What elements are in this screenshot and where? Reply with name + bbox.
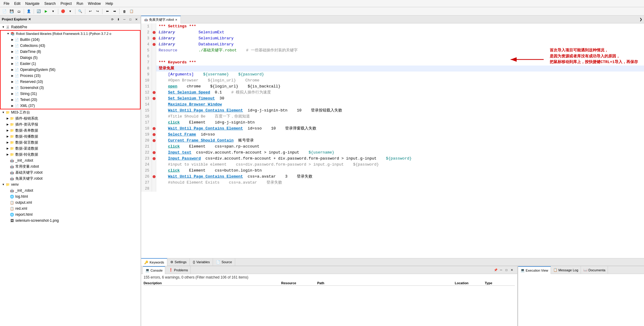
tab-settings[interactable]: ⚙ Settings: [167, 258, 190, 266]
code-line[interactable]: 11 open chrome ${login_url} ${is_backcal…: [141, 84, 644, 90]
message-log-tab[interactable]: 📋 Message Log: [551, 266, 581, 274]
tree-toggle-venv[interactable]: ▼: [1, 183, 5, 186]
line-content[interactable]: Maximize Browser Window: [156, 102, 644, 108]
tree-toggle-proj[interactable]: ▶: [5, 129, 10, 132]
toolbar-profile[interactable]: 👤: [26, 8, 32, 15]
panel-sync-btn[interactable]: ⟳: [110, 17, 115, 22]
tree-toggle-lib-item[interactable]: ▶: [10, 74, 14, 77]
code-line[interactable]: 19 Select Frame id=sso: [141, 132, 644, 138]
toolbar-run-dropdown[interactable]: ▾: [50, 8, 56, 15]
tree-toggle-lib-item[interactable]: ▶: [10, 86, 14, 89]
toolbar-save[interactable]: 💾: [8, 8, 15, 15]
tree-toggle-m03[interactable]: ▼: [1, 111, 5, 114]
line-content[interactable]: Current Frame Should Contain 账号登录: [156, 138, 644, 144]
tab-overflow-btn[interactable]: ❯: [638, 17, 644, 21]
code-line[interactable]: 24 #input to visible element css=div.pas…: [141, 162, 644, 168]
menu-file[interactable]: File: [1, 1, 12, 6]
toolbar-search[interactable]: 🔍: [77, 8, 84, 15]
tree-project-item[interactable]: ▶📁插件-资讯早报: [0, 121, 141, 127]
tree-toggle-lib-item[interactable]: ▶: [10, 50, 14, 53]
tree-toggle-proj[interactable]: ▶: [5, 147, 10, 150]
tree-project-item[interactable]: ▶📁数据-留言数据: [0, 139, 141, 145]
tree-library-item[interactable]: ▶📄Telnet (20): [1, 97, 140, 103]
tree-toggle-library[interactable]: ▼: [6, 32, 10, 35]
code-line[interactable]: 3 Library SeleniumLibrary: [141, 35, 644, 41]
tree-venv-item[interactable]: 🌐log.html: [0, 193, 141, 200]
code-line[interactable]: 25 click Element css=button.login-btn: [141, 168, 644, 174]
line-content[interactable]: 登录免展: [156, 66, 644, 72]
tree-toggle-lib-item[interactable]: ▶: [10, 44, 14, 47]
code-line[interactable]: 9 [Arguments] ${username} ${password}: [141, 72, 644, 78]
line-content[interactable]: *** Settings ***: [156, 23, 644, 29]
tree-project-item[interactable]: 🤖_init_.robot: [0, 157, 141, 163]
tree-toggle-proj[interactable]: ▶: [5, 135, 10, 138]
documenta-tab[interactable]: 📖 Documenta: [581, 266, 608, 274]
tree-venv-item[interactable]: 📋red.xml: [0, 206, 141, 212]
toolbar-nav-forward[interactable]: ➡: [111, 8, 118, 15]
tree-m03-header[interactable]: ▼ 📁 M03-工作台: [0, 109, 141, 115]
tree-toggle-lib-item[interactable]: ▶: [10, 104, 14, 107]
tree-project-item[interactable]: ▶📁数据-转化数据: [0, 151, 141, 157]
tree-library-item[interactable]: ▶📄OperatingSystem (56): [1, 67, 140, 73]
tree-project-item[interactable]: 🤖常用变量.robot: [0, 163, 141, 169]
line-content[interactable]: Set Selenium Timeout 30: [156, 96, 644, 102]
line-content[interactable]: Library SeleniumExt: [156, 29, 644, 35]
tab-source[interactable]: 📄 Source: [213, 258, 235, 266]
tree-toggle-lib-item[interactable]: ▶: [10, 80, 14, 83]
line-content[interactable]: Wait Until Page Contains Element id=g-j-…: [156, 108, 644, 114]
toolbar-copy[interactable]: 📋: [128, 8, 135, 15]
panel-action-minimize[interactable]: ─: [499, 268, 503, 273]
code-line[interactable]: 22 Input text css=div.account.form-accou…: [141, 150, 644, 156]
tree-toggle-proj[interactable]: ▶: [5, 153, 10, 156]
code-line[interactable]: 12 Set Selenium Speed 0.1 # 模拟人操作行为速度: [141, 90, 644, 96]
tree-toggle-lib-item[interactable]: ▶: [10, 38, 14, 41]
line-content[interactable]: click Element css=span.rp-account: [156, 144, 644, 150]
tree-toggle-root[interactable]: ▼: [1, 26, 5, 29]
tree-toggle-proj[interactable]: ▶: [5, 123, 10, 126]
line-content[interactable]: #input to visible element css=div.passwo…: [156, 162, 644, 168]
tree-venv-item[interactable]: 📋output.xml: [0, 200, 141, 206]
code-line[interactable]: 8 登录免展: [141, 66, 644, 72]
line-content[interactable]: click Element id=g-j-signin-btn: [156, 120, 644, 126]
tree-library-item[interactable]: ▶📄XML (37): [1, 103, 140, 109]
panel-action-pin[interactable]: 📌: [493, 268, 498, 273]
line-content[interactable]: Library SeleniumLibrary: [156, 35, 644, 41]
tree-project-item[interactable]: ▶📁插件-核销系统: [0, 115, 141, 121]
tree-project-item[interactable]: 🤖基础关键字.robot: [0, 169, 141, 175]
execution-view-tab[interactable]: 💻 Execution View: [518, 266, 551, 274]
tree-toggle-proj[interactable]: ▶: [5, 141, 10, 144]
tree-toggle-lib-item[interactable]: ▶: [10, 92, 14, 95]
code-line[interactable]: 23 Input Password css=div.account.form-a…: [141, 156, 644, 162]
tab-variables[interactable]: {} Variables: [190, 258, 213, 266]
line-content[interactable]: Set Selenium Speed 0.1 # 模拟人操作行为速度: [156, 90, 644, 96]
toolbar-new[interactable]: 📄: [1, 8, 8, 15]
toolbar-delete[interactable]: 🗑: [121, 8, 128, 15]
code-line[interactable]: 13 Set Selenium Timeout 30: [141, 96, 644, 102]
line-content[interactable]: #Title Should Be 百度一下，你就知道: [156, 114, 644, 120]
line-content[interactable]: Input Password css=div.account.form-acco…: [156, 156, 644, 162]
tree-library-item[interactable]: ▶📄DateTime (8): [1, 49, 140, 55]
tree-project-item[interactable]: ▶📁数据-渠道数据: [0, 145, 141, 151]
code-line[interactable]: 21 click Element css=span.rp-account: [141, 144, 644, 150]
tree-venv-item[interactable]: 🌐report.html: [0, 212, 141, 218]
menu-edit[interactable]: Edit: [12, 1, 23, 6]
code-line[interactable]: 20 Current Frame Should Contain 账号登录: [141, 138, 644, 144]
tree-venv-item[interactable]: 🖼selenium-screenshot-1.png: [0, 218, 141, 224]
panel-close-btn[interactable]: ✕: [134, 17, 139, 22]
code-line[interactable]: 28: [141, 186, 644, 192]
tree-library-item[interactable]: ▶📄Reserved (10): [1, 79, 140, 85]
line-content[interactable]: [156, 186, 644, 192]
tree-library-item[interactable]: ▶📄Screenshot (3): [1, 85, 140, 91]
toolbar-debug[interactable]: 🔴: [60, 8, 66, 15]
menu-project[interactable]: Project: [58, 1, 74, 6]
panel-collapse-btn[interactable]: ⬇: [116, 17, 121, 22]
tree-library-item[interactable]: ▶📄Collections (43): [1, 43, 140, 49]
line-content[interactable]: Select Frame id=sso: [156, 132, 644, 138]
toolbar-run[interactable]: ▶: [43, 8, 49, 15]
line-content[interactable]: Wait Until Page Contains Element css=a.a…: [156, 174, 644, 180]
code-editor[interactable]: 首次导入项目可能遇到这种情况， 是因为资源或者库没有成功导入的原因， 把鼠标移动…: [141, 23, 644, 258]
code-line[interactable]: 16 #Title Should Be 百度一下，你就知道: [141, 114, 644, 120]
tree-project-item[interactable]: 🤖免展关键字.robot: [0, 175, 141, 181]
tree-toggle-lib-item[interactable]: ▶: [10, 62, 14, 65]
tree-toggle-lib-item[interactable]: ▶: [10, 56, 14, 59]
